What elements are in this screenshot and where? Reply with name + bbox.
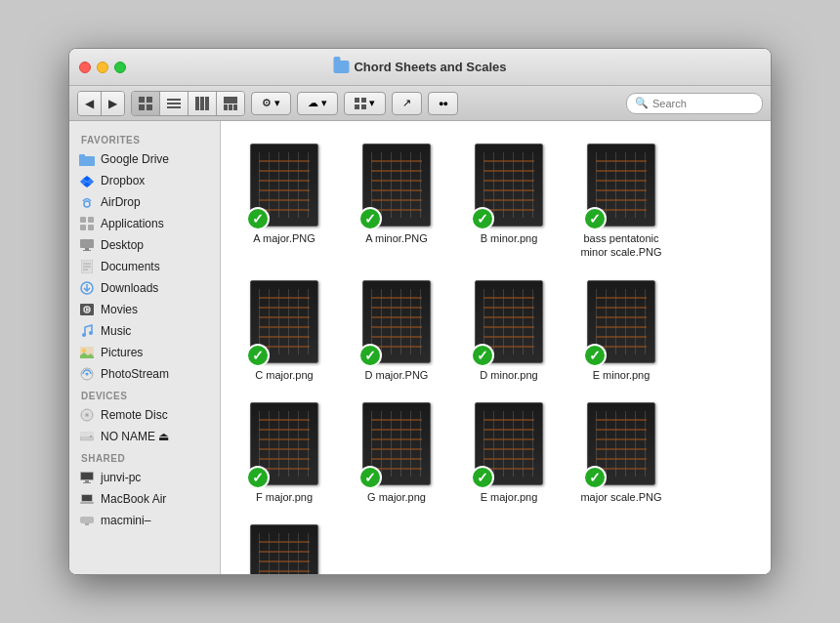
chord-image — [250, 524, 318, 574]
file-item[interactable]: ✓ C major.png — [231, 272, 338, 390]
computer-icon — [79, 470, 95, 485]
checkmark-badge: ✓ — [471, 466, 494, 489]
sidebar-item-pictures[interactable]: Pictures — [69, 342, 220, 363]
file-item[interactable]: ✓ D major.PNG — [343, 272, 450, 390]
folder-icon — [79, 151, 95, 167]
checkmark-badge: ✓ — [358, 344, 382, 367]
checkmark-badge: ✓ — [246, 207, 270, 230]
sidebar-item-remote-disc[interactable]: Remote Disc — [69, 404, 220, 426]
sidebar-item-macmini[interactable]: macmini– — [69, 510, 220, 531]
file-item[interactable]: ✓ B minor.png — [455, 136, 563, 268]
photostream-icon — [79, 366, 95, 382]
file-thumbnail: ✓ — [362, 144, 431, 227]
sidebar-item-movies[interactable]: Movies — [69, 299, 220, 320]
checkmark-badge: ✓ — [583, 466, 607, 489]
file-item[interactable]: ✓ E major.png — [455, 395, 563, 512]
sidebar-item-photostream[interactable]: PhotoStream — [69, 363, 220, 385]
minimize-button[interactable] — [97, 62, 108, 73]
sidebar-item-label: macmini– — [101, 514, 150, 527]
file-thumbnail: ✓ — [250, 402, 318, 485]
svg-rect-8 — [200, 97, 204, 110]
checkmark-badge: ✓ — [246, 344, 270, 367]
file-thumbnail: ✓ — [587, 280, 655, 363]
sidebar-item-macbook-air[interactable]: MacBook Air — [69, 488, 220, 510]
dropdown-arrow3: ▾ — [369, 97, 375, 109]
file-label: E minor.png — [593, 368, 651, 382]
badge-button[interactable]: ●● — [428, 92, 458, 115]
maximize-button[interactable] — [114, 62, 126, 73]
sidebar-item-music[interactable]: Music — [69, 320, 220, 342]
search-input[interactable] — [652, 98, 754, 109]
action-button[interactable]: ⚙ ▾ — [251, 92, 291, 115]
svg-rect-25 — [80, 217, 86, 223]
dropdown-arrow: ▾ — [274, 97, 280, 109]
arrange-button[interactable]: ▾ — [344, 92, 386, 115]
svg-rect-15 — [361, 98, 366, 103]
svg-rect-31 — [83, 250, 91, 251]
sidebar-item-dropbox[interactable]: Dropbox — [69, 170, 220, 191]
toolbar: ◀ ▶ ⚙ ▾ ☁ ▾ ▾ — [69, 86, 771, 121]
close-button[interactable] — [79, 62, 91, 73]
svg-rect-3 — [147, 104, 152, 110]
file-item[interactable]: ✓ major scale.PNG — [567, 395, 675, 512]
file-thumbnail: ✓ — [587, 144, 655, 227]
file-label: A major.PNG — [253, 231, 315, 245]
svg-rect-7 — [195, 97, 199, 110]
checkmark-badge: ✓ — [471, 344, 494, 367]
file-item[interactable]: ✓ A minor.PNG — [343, 136, 450, 268]
file-item[interactable]: ✓ D minor.png — [455, 272, 563, 390]
back-button[interactable]: ◀ — [78, 92, 102, 115]
file-item[interactable]: ✓ G major.png — [343, 395, 450, 512]
sidebar-item-label: Desktop — [101, 238, 144, 252]
file-item[interactable]: ✓ F major.png — [231, 395, 338, 512]
column-view-button[interactable] — [189, 92, 217, 115]
svg-rect-26 — [88, 217, 94, 223]
file-thumbnail: ✓ — [475, 402, 543, 485]
sidebar-item-label: junvi-pc — [101, 471, 141, 484]
title-folder-icon — [333, 61, 349, 73]
sidebar-item-google-drive[interactable]: Google Drive — [69, 148, 220, 170]
svg-rect-0 — [139, 97, 145, 103]
finder-window: Chord Sheets and Scales ◀ ▶ ⚙ ▾ — [68, 48, 772, 575]
file-label: D minor.png — [480, 368, 537, 382]
file-label: D major.PNG — [365, 368, 429, 382]
forward-button[interactable]: ▶ — [102, 92, 124, 115]
desktop-icon — [79, 237, 95, 253]
svg-rect-17 — [361, 104, 366, 109]
share-button[interactable]: ☁ ▾ — [297, 92, 338, 115]
svg-rect-6 — [167, 106, 181, 108]
file-label: C major.png — [255, 368, 313, 382]
svg-point-24 — [84, 201, 90, 207]
badge-icon: ●● — [439, 99, 447, 108]
search-box[interactable]: 🔍 — [626, 93, 763, 114]
sidebar-item-downloads[interactable]: Downloads — [69, 277, 220, 299]
movies-icon — [79, 302, 95, 317]
sidebar-item-no-name[interactable]: NO NAME ⏏ — [69, 426, 220, 447]
share2-button[interactable]: ↗ — [392, 92, 422, 115]
svg-rect-10 — [224, 97, 237, 104]
file-item[interactable]: ✓ E minor.png — [567, 272, 675, 390]
svg-rect-55 — [83, 482, 91, 483]
sidebar-item-airdrop[interactable]: AirDrop — [69, 191, 220, 213]
svg-point-40 — [82, 333, 86, 337]
sidebar-item-applications[interactable]: Applications — [69, 213, 220, 234]
list-view-button[interactable] — [160, 92, 189, 115]
dropdown-arrow2: ▾ — [321, 97, 327, 109]
file-item[interactable]: ✓ bass pentatonic minor scale.PNG — [567, 136, 675, 268]
sidebar-item-documents[interactable]: Documents — [69, 256, 220, 277]
main-content: FAVORITES Google Drive Dropbox AirDrop — [69, 121, 771, 574]
file-item[interactable]: ✓ Pentatonic Scale.PNG — [231, 517, 338, 574]
sidebar-item-junvi-pc[interactable]: junvi-pc — [69, 467, 220, 488]
icon-view-button[interactable] — [132, 92, 160, 115]
search-icon: 🔍 — [635, 97, 649, 109]
file-item[interactable]: ✓ A major.PNG — [231, 136, 338, 268]
sidebar-item-label: Remote Disc — [101, 408, 168, 422]
file-thumbnail: ✓ — [250, 144, 318, 227]
documents-icon — [79, 259, 95, 274]
svg-rect-27 — [80, 225, 86, 230]
svg-point-41 — [89, 331, 93, 335]
cover-flow-button[interactable] — [217, 92, 244, 115]
sidebar-item-label: MacBook Air — [101, 492, 166, 506]
sidebar-item-label: Downloads — [101, 281, 158, 295]
sidebar-item-desktop[interactable]: Desktop — [69, 234, 220, 256]
